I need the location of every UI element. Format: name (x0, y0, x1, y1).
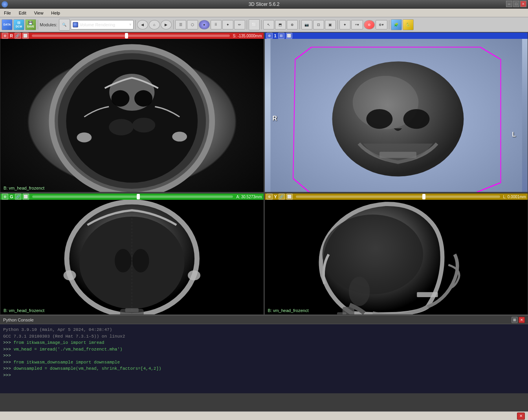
vp-axial-slider-container[interactable] (32, 35, 230, 37)
tool-dots[interactable]: ⠿ (211, 20, 222, 29)
axial-svg (0, 39, 264, 192)
module-selector[interactable]: Volume Rendering ▾ (71, 20, 134, 29)
nav-home-button[interactable]: ⌂ (149, 20, 160, 29)
tool-frame[interactable]: ⬜ (249, 19, 260, 30)
menu-bar: File Edit View Help (0, 9, 528, 17)
vp-coronal-slider-thumb[interactable] (137, 194, 140, 199)
vp-3d-pin[interactable]: ⊕ (266, 33, 273, 39)
module-search-button[interactable]: 🔍 (59, 19, 70, 31)
vp-coronal-image-label: B: vm_head_frozenct (4, 308, 44, 313)
coronal-svg (0, 200, 264, 315)
window-controls: ─ □ ✕ (506, 1, 526, 7)
svg-rect-33 (417, 292, 438, 297)
vp-sagittal-slider-thumb[interactable] (422, 194, 425, 199)
viewport-3d[interactable]: ⊕ 1 ⊞ ⬜ (264, 32, 528, 192)
modules-label: Modules: (40, 22, 57, 27)
vp-sagittal-pin[interactable]: ⊕ (266, 194, 273, 200)
vp-axial-value: S: -135.0000mm (233, 34, 262, 38)
viewport-coronal[interactable]: ⊕ G 🔗 ⬜ A: 30.5273mm (0, 193, 264, 315)
tool-crosshair-opt[interactable]: +▾ (351, 20, 363, 29)
toolbar-separator-5 (261, 20, 262, 29)
save-button[interactable]: 💾 SAVE (25, 19, 36, 30)
vp-3d-orient-r: R (273, 115, 277, 122)
tool-python[interactable]: 🐍 (403, 19, 414, 30)
vp-coronal-slider[interactable] (32, 195, 233, 198)
vp-3d-orient[interactable]: ⊞ (278, 33, 284, 39)
tool-scissors[interactable]: ✦ (222, 20, 233, 29)
vp-3d-fit[interactable]: ⬜ (286, 33, 292, 39)
menu-view[interactable]: View (32, 10, 46, 16)
vp-3d-image[interactable]: R L (265, 39, 528, 192)
close-button[interactable]: ✕ (520, 1, 526, 7)
vp-coronal-link[interactable]: 🔗 (15, 194, 21, 200)
tool-pen[interactable]: ✏ (234, 20, 245, 29)
vp-sagittal-image[interactable]: B: vm_head_frozenct (265, 200, 528, 315)
tool-screenshot[interactable]: ⊡ (313, 20, 324, 29)
data-button[interactable]: DATA (2, 19, 13, 30)
vp-sagittal-toolbar: ⊕ Y 🔗 ⬜ L: 0.0001mm (265, 194, 528, 200)
vp-axial-pin[interactable]: ⊕ (2, 33, 8, 39)
vp-coronal-slider-container[interactable] (32, 195, 233, 198)
vp-axial-image[interactable]: B: vm_head_frozenct (0, 39, 264, 192)
tool-extension[interactable]: 🧩 (391, 19, 402, 30)
svg-point-15 (366, 109, 392, 129)
vp-coronal-label: G (10, 194, 13, 199)
menu-help[interactable]: Help (49, 10, 62, 16)
tool-3d[interactable]: ⬡ (187, 20, 198, 29)
vp-sagittal-fit[interactable]: ⬜ (286, 194, 293, 200)
toolbar-separator-6 (299, 20, 300, 29)
svg-point-27 (132, 249, 149, 272)
maximize-button[interactable]: □ (513, 1, 519, 7)
title-bar: 3D Slicer 5.6.2 ─ □ ✕ (0, 0, 528, 9)
tool-sphere[interactable]: ● (199, 20, 210, 29)
console-close-button[interactable]: ✕ (519, 317, 525, 323)
minimize-button[interactable]: ─ (506, 1, 512, 7)
vp-coronal-pin[interactable]: ⊕ (2, 194, 8, 200)
console-line-6: >>> from itkwasm_downsample import downs… (3, 359, 525, 366)
tool-layout[interactable]: ☰ (175, 20, 186, 29)
nav-back-button[interactable]: ◀ (137, 20, 148, 29)
tool-segment-opt[interactable]: ⊛▾ (376, 20, 387, 29)
vp-coronal-fit[interactable]: ⬜ (23, 194, 29, 200)
vp-sagittal-label: Y (274, 194, 277, 199)
svg-rect-17 (379, 152, 416, 158)
vp-axial-slider-thumb[interactable] (125, 33, 128, 38)
console-content[interactable]: Python 3.9.10 (main, Apr 5 2024, 04:28:4… (0, 324, 528, 393)
tool-markups[interactable]: ⬒ (275, 20, 286, 29)
vp-sagittal-slider-container[interactable] (296, 195, 500, 198)
vp-axial-link[interactable]: 🔗 (15, 33, 21, 39)
tool-segment[interactable]: ⊛ (364, 20, 375, 29)
tool-arrow[interactable]: ↖ (263, 20, 274, 29)
dcm-button[interactable]: ⊟ DCM (13, 19, 24, 30)
console-line-4: >>> vm_head = imread('./vm_head_frozenct… (3, 346, 525, 353)
status-close-button[interactable]: ✕ (517, 413, 525, 420)
module-dropdown-arrow: ▾ (129, 22, 132, 27)
tool-capture[interactable]: ▣ (325, 20, 336, 29)
console-settings-button[interactable]: ⊞ (512, 317, 518, 323)
vp-sagittal-link[interactable]: 🔗 (279, 194, 285, 200)
tool-mesh[interactable]: ⊕ (287, 20, 298, 29)
vp-axial-fit[interactable]: ⬜ (22, 33, 29, 39)
menu-file[interactable]: File (2, 10, 13, 16)
svg-point-9 (132, 118, 156, 133)
menu-edit[interactable]: Edit (16, 10, 29, 16)
svg-point-34 (322, 214, 423, 294)
viewport-sagittal[interactable]: ⊕ Y 🔗 ⬜ L: 0.0001mm (264, 193, 528, 315)
vp-axial-image-label: B: vm_head_frozenct (4, 186, 44, 190)
vp-3d-toolbar: ⊕ 1 ⊞ ⬜ (265, 33, 528, 39)
viewport-axial[interactable]: ⊕ R 🔗 ⬜ S: -135.0000mm (0, 32, 264, 192)
vp-sagittal-image-label: B: vm_head_frozenct (268, 308, 309, 313)
vp-axial-label: R (10, 33, 13, 38)
vp-sagittal-slider[interactable] (296, 195, 500, 198)
vp-coronal-image[interactable]: B: vm_head_frozenct (0, 200, 264, 315)
app-window: 3D Slicer 5.6.2 ─ □ ✕ File Edit View Hel… (0, 0, 528, 420)
vp-axial-slider[interactable] (32, 35, 230, 37)
console-titlebar: Python Console ⊞ ✕ (0, 316, 528, 324)
tool-camera[interactable]: 📷 (301, 20, 312, 29)
svg-point-26 (115, 249, 132, 272)
nav-forward-button[interactable]: ▶ (161, 20, 172, 29)
console-controls: ⊞ ✕ (512, 317, 525, 323)
toolbar-separator-4 (247, 20, 247, 29)
tool-crosshair[interactable]: ✦ (339, 20, 350, 29)
vp-coronal-toolbar: ⊕ G 🔗 ⬜ A: 30.5273mm (0, 194, 264, 200)
